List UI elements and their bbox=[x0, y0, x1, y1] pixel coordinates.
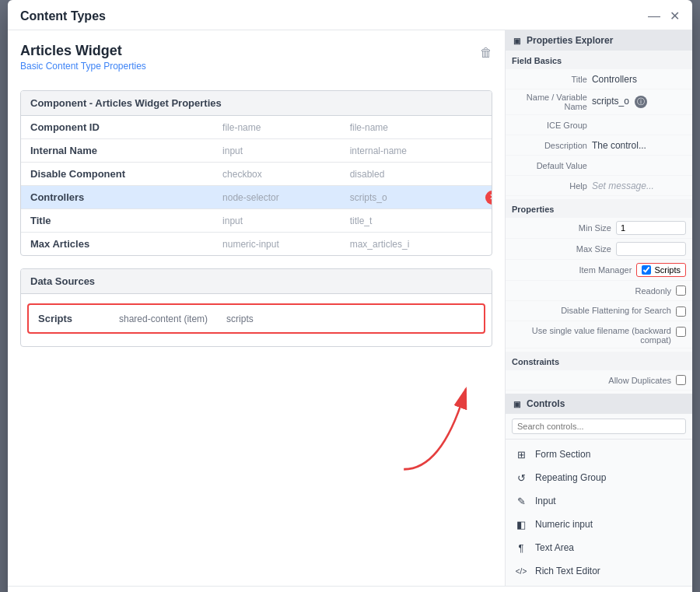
input-label: Input bbox=[535, 496, 556, 506]
field-variable: title_t bbox=[341, 209, 473, 233]
control-rich-text-editor[interactable]: </> Rich Text Editor bbox=[506, 559, 692, 583]
trash-icon[interactable]: 🗑 bbox=[480, 46, 492, 60]
controls-collapse-icon: ▣ bbox=[513, 400, 520, 408]
minimize-button[interactable]: — bbox=[648, 10, 660, 23]
control-repeating-group[interactable]: ↺ Repeating Group bbox=[506, 466, 692, 489]
description-label: Description bbox=[509, 141, 592, 150]
info-button[interactable]: ⓘ bbox=[635, 96, 647, 108]
field-name: Internal Name bbox=[21, 139, 213, 163]
scripts-row[interactable]: Scripts shared-content (item) scripts bbox=[27, 303, 485, 334]
single-value-row: Use single value filename (backward comp… bbox=[506, 321, 692, 349]
single-value-checkbox[interactable] bbox=[676, 327, 686, 337]
help-label: Help bbox=[509, 181, 592, 191]
fields-table: Component ID file-name file-name Interna… bbox=[21, 116, 492, 255]
table-row: Max Articles numeric-input max_articles_… bbox=[21, 233, 492, 256]
ice-group-label: ICE Group bbox=[509, 121, 592, 130]
dialog-title: Content Types bbox=[20, 9, 106, 23]
field-type: node-selector bbox=[213, 186, 341, 209]
repeating-group-label: Repeating Group bbox=[535, 472, 606, 483]
default-value-row: Default Value bbox=[506, 156, 692, 176]
field-title-row: Title Controllers bbox=[506, 69, 692, 89]
rich-text-editor-icon: </> bbox=[513, 563, 529, 579]
field-name: Controllers bbox=[21, 186, 213, 209]
readonly-label: Readonly bbox=[509, 286, 676, 296]
properties-explorer-title: ▣ Properties Explorer bbox=[506, 30, 692, 51]
rich-text-editor-label: Rich Text Editor bbox=[535, 566, 600, 576]
collapse-icon: ▣ bbox=[513, 37, 520, 45]
field-type: file-name bbox=[213, 116, 341, 139]
min-size-label: Min Size bbox=[509, 223, 616, 233]
max-size-label: Max Size bbox=[509, 244, 616, 254]
field-title-value: Controllers bbox=[592, 74, 686, 85]
table-row-controllers[interactable]: Controllers node-selector scripts_o ✕ bbox=[21, 186, 492, 209]
max-size-row: Max Size bbox=[506, 239, 692, 260]
widget-header: Articles Widget Basic Content Type Prope… bbox=[20, 43, 492, 81]
control-input[interactable]: ✎ Input bbox=[506, 489, 692, 513]
default-value-label: Default Value bbox=[509, 161, 592, 170]
max-size-input[interactable] bbox=[616, 242, 686, 256]
form-section-icon: ⊞ bbox=[513, 447, 529, 462]
dialog-controls: — ✕ bbox=[648, 10, 680, 23]
field-name: Title bbox=[21, 209, 213, 233]
control-form-section[interactable]: ⊞ Form Section bbox=[506, 443, 692, 466]
ice-group-row: ICE Group bbox=[506, 115, 692, 135]
item-manager-value: Scripts bbox=[654, 265, 681, 275]
numeric-input-icon: ◧ bbox=[513, 517, 529, 532]
table-row: Disable Component checkbox disabled bbox=[21, 163, 492, 186]
dialog-footer: Cancel Save bbox=[8, 586, 692, 592]
search-controls bbox=[506, 414, 692, 440]
content-types-dialog: Content Types — ✕ Articles Widget Basic … bbox=[8, 0, 692, 592]
description-row: Description The control... bbox=[506, 135, 692, 156]
text-area-icon: ¶ bbox=[513, 540, 529, 555]
field-varname-row: Name / Variable Name scripts_o ⓘ bbox=[506, 89, 692, 115]
data-sources-section: Data Sources Scripts shared-content (ite… bbox=[20, 268, 492, 347]
min-size-input[interactable] bbox=[616, 221, 686, 235]
disable-flattening-row: Disable Flattening for Search bbox=[506, 301, 692, 321]
text-area-label: Text Area bbox=[535, 542, 574, 553]
component-properties-section: Component - Articles Widget Properties C… bbox=[20, 90, 492, 256]
left-panel: Articles Widget Basic Content Type Prope… bbox=[8, 30, 506, 586]
allow-duplicates-label: Allow Duplicates bbox=[509, 376, 676, 385]
field-variable: max_articles_i bbox=[341, 233, 473, 256]
repeating-group-icon: ↺ bbox=[513, 470, 529, 485]
dialog-header: Content Types — ✕ bbox=[8, 0, 692, 30]
table-row: Title input title_t bbox=[21, 209, 492, 233]
widget-subtitle[interactable]: Basic Content Type Properties bbox=[20, 61, 146, 72]
item-manager-control: Scripts bbox=[636, 263, 686, 277]
input-icon: ✎ bbox=[513, 493, 529, 509]
widget-title: Articles Widget bbox=[20, 43, 146, 59]
allow-duplicates-row: Allow Duplicates bbox=[506, 370, 692, 391]
field-variable: scripts_o bbox=[341, 186, 473, 209]
table-row: Component ID file-name file-name bbox=[21, 116, 492, 139]
single-value-label: Use single value filename (backward comp… bbox=[509, 324, 676, 345]
field-title-label: Title bbox=[509, 75, 592, 84]
control-text-area[interactable]: ¶ Text Area bbox=[506, 536, 692, 559]
allow-duplicates-checkbox[interactable] bbox=[676, 375, 686, 385]
controls-section-title: ▣ Controls bbox=[506, 394, 692, 414]
properties-label: Properties bbox=[506, 202, 692, 216]
disable-flattening-checkbox[interactable] bbox=[676, 307, 686, 317]
numeric-input-label: Numeric input bbox=[535, 519, 593, 530]
scripts-variable: scripts bbox=[226, 314, 254, 324]
readonly-checkbox[interactable] bbox=[676, 285, 686, 296]
disable-flattening-label: Disable Flattening for Search bbox=[509, 304, 676, 315]
readonly-row: Readonly bbox=[506, 281, 692, 301]
search-controls-input[interactable] bbox=[512, 419, 686, 434]
close-button[interactable]: ✕ bbox=[670, 10, 680, 23]
description-value: The control... bbox=[592, 140, 686, 151]
control-numeric-input[interactable]: ◧ Numeric input bbox=[506, 513, 692, 536]
field-varname-value: scripts_o ⓘ bbox=[592, 96, 686, 108]
dialog-body: Articles Widget Basic Content Type Prope… bbox=[8, 30, 692, 586]
scripts-name: Scripts bbox=[38, 313, 100, 324]
field-type: numeric-input bbox=[213, 233, 341, 256]
field-name: Max Articles bbox=[21, 233, 213, 256]
component-section-header: Component - Articles Widget Properties bbox=[21, 91, 492, 116]
item-manager-checkbox[interactable] bbox=[642, 265, 651, 275]
field-type: input bbox=[213, 209, 341, 233]
item-manager-row: Item Manager Scripts bbox=[506, 260, 692, 281]
field-variable: disabled bbox=[341, 163, 473, 186]
delete-field-button[interactable]: ✕ bbox=[485, 191, 492, 205]
field-name: Component ID bbox=[21, 116, 213, 139]
right-panel: ▣ Properties Explorer Field Basics Title… bbox=[506, 30, 692, 586]
form-section-label: Form Section bbox=[535, 449, 590, 460]
